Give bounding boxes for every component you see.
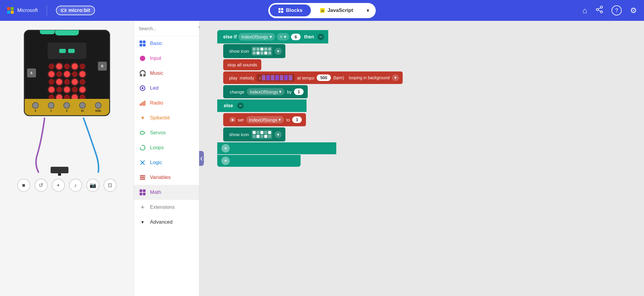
led-4 [79,63,85,69]
tempo-label: at tempo [297,75,314,80]
looping-dropdown[interactable]: ▾ [392,74,399,81]
svg-point-14 [596,8,598,10]
sidebar-item-logic[interactable]: Logic [134,155,199,170]
else-if-minus[interactable]: − [318,34,324,40]
pin-hole-gnd[interactable] [95,102,101,109]
simulator-controls: ■ ↺ ✦ ♪ 📷 ⊡ [17,179,117,192]
melody-bar[interactable]: ♪ [257,74,295,82]
svg-rect-39 [143,193,146,195]
sidebar-item-radio[interactable]: Radio [134,96,199,110]
blocks-tab-label: Blocks [286,7,303,13]
search-input[interactable] [139,26,195,31]
icon-dropdown-2[interactable]: ▾ [275,131,282,138]
microbit-logo[interactable]: micro:bit [56,6,95,15]
play-melody-block[interactable]: play melody ♪ at t [223,71,403,84]
sidebar-item-servos[interactable]: Servos [134,125,199,140]
value-6[interactable]: 6 [291,34,301,40]
else-block[interactable]: else − [217,99,307,112]
sidebar-item-basic[interactable]: Basic [134,36,199,51]
svg-rect-38 [140,193,142,195]
sidebar-item-advanced[interactable]: ▼ Advanced [134,215,199,230]
svg-rect-0 [7,7,10,10]
pin-label-1: 1 [50,109,52,112]
icon-display-2[interactable] [251,130,272,139]
pin-2[interactable]: 2 [63,102,70,112]
by-value[interactable]: 1 [294,88,304,95]
change-var-dropdown[interactable]: IndexOfSongs ▾ [247,88,285,95]
sidebar-item-math[interactable]: Math [134,185,199,200]
show-icon-block[interactable]: show icon [223,44,285,58]
to-value[interactable]: 1 [292,116,302,123]
advanced-icon: ▼ [139,218,146,226]
extensions-label: Extensions [150,204,175,210]
radio-label: Radio [150,100,163,106]
help-icon[interactable]: ? [612,5,622,15]
home-icon[interactable]: ⌂ [582,6,587,15]
button-a[interactable]: A [27,68,36,77]
spikerbit-icon: ✦ [139,114,146,122]
sidebar-item-loops[interactable]: Loops [134,140,199,155]
show-icon-block-2[interactable]: show icon ▾ [223,127,285,141]
set-var-block[interactable]: ■ set IndexOfSongs ▾ to 1 [223,113,306,126]
sidebar-item-music[interactable]: 🎧 Music [134,66,199,81]
math-icon [139,188,146,196]
led-10 [49,79,54,85]
svg-point-15 [601,11,603,13]
pin-1[interactable]: 1 [48,102,54,112]
set-label: set [238,117,244,122]
collapse-button[interactable]: ❮ [199,151,204,166]
fullscreen-button[interactable]: ⊡ [104,179,117,192]
equals-dropdown[interactable]: = ▾ [277,33,289,40]
pin-hole-2[interactable] [63,102,70,109]
logo-area: Microsoft micro:bit [7,5,95,16]
svg-rect-28 [141,102,142,106]
else-label: else [224,103,233,108]
show-icon-row: show icon [223,44,403,58]
add-branch-1[interactable]: + [221,144,230,152]
svg-rect-18 [51,167,68,173]
blocks-tab[interactable]: Blocks [270,4,311,16]
stop-sounds-block[interactable]: stop all sounds [223,59,261,70]
pin-0[interactable]: 0 [32,102,39,112]
sidebar-item-spikerbit[interactable]: ✦ Spikerbit [134,110,199,125]
pin-3v[interactable]: 3V [79,102,86,112]
change-var-block[interactable]: change IndexOfSongs ▾ by 1 [223,85,308,98]
svg-rect-22 [140,44,142,46]
javascript-tab[interactable]: JS JavaScript [311,4,361,16]
sound-button[interactable]: ♪ [69,179,82,192]
plus-row-1: + [217,142,403,154]
add-branch-2[interactable]: + [221,157,230,165]
pin-hole-1[interactable] [48,102,54,109]
screenshot-button[interactable]: 📷 [86,179,99,192]
led-label: Led [150,85,158,91]
stop-button[interactable]: ■ [17,179,30,192]
sidebar-item-extensions[interactable]: + Extensions [134,200,199,215]
microsoft-text: Microsoft [17,7,38,13]
sidebar-item-input[interactable]: Input [134,51,199,66]
pin-hole-0[interactable] [32,102,39,109]
restart-button[interactable]: ↺ [35,179,48,192]
show-icon-label-2: show icon [229,132,249,137]
else-minus[interactable]: − [237,102,244,109]
pin-gnd[interactable]: GND [95,102,101,112]
set-var-dropdown[interactable]: IndexOfSongs ▾ [246,116,284,123]
share-icon[interactable] [595,6,603,15]
variable-dropdown[interactable]: IndexOfSongs ▾ [238,33,275,40]
tempo-value[interactable]: 500 [317,74,331,81]
microbit-text: micro:bit [68,7,90,13]
icon-dropdown[interactable]: ▾ [275,48,282,55]
led-13 [72,79,78,85]
svg-rect-30 [144,101,145,106]
pin-label-0: 0 [35,109,36,112]
sidebar-item-variables[interactable]: Variables [134,170,199,185]
top-notch [55,30,79,35]
icon-display[interactable] [251,46,272,56]
else-if-block[interactable]: else if IndexOfSongs ▾ = ▾ 6 then − [217,30,328,43]
settings-icon[interactable]: ⚙ [630,6,637,15]
mode-dropdown[interactable]: ▾ [362,4,374,17]
button-b[interactable]: B [98,62,107,71]
sidebar-item-led[interactable]: Led [134,81,199,96]
debug-button[interactable]: ✦ [52,179,65,192]
extensions-icon: + [139,203,146,211]
pin-hole-3v[interactable] [79,102,86,109]
